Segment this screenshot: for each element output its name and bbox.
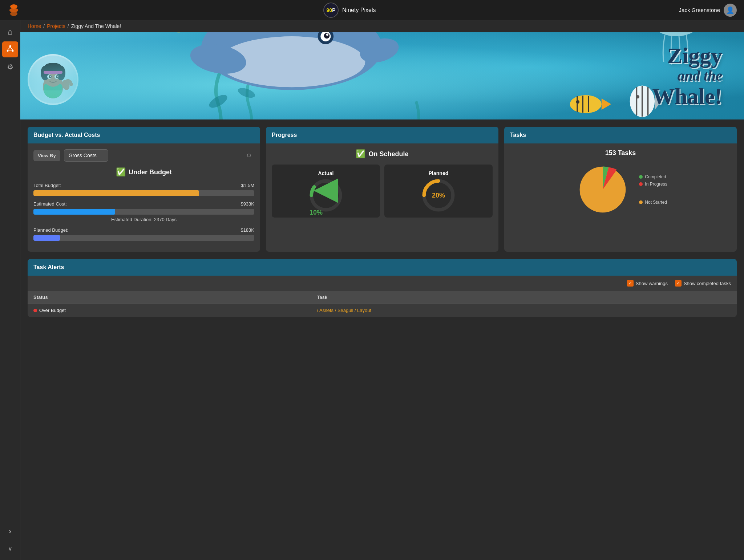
alerts-table-body: Over Budget / Assets / Seagull / Layout	[28, 304, 737, 317]
budget-card: Budget vs. Actual Costs View By Gross Co…	[28, 127, 260, 252]
right-content: Home / Projects / Ziggy And The Whale!	[20, 20, 744, 560]
total-budget-value: $1.5M	[241, 183, 254, 188]
not-started-label: Not Started	[645, 200, 667, 205]
show-completed-label: Show completed tasks	[684, 281, 731, 286]
task-column-header: Task	[311, 291, 737, 304]
view-by-select[interactable]: Gross Costs Net Costs Labor Costs	[64, 149, 108, 162]
alerts-table-head: Status Task	[28, 291, 737, 304]
view-by-select-wrap: Gross Costs Net Costs Labor Costs ⬡	[64, 149, 254, 162]
estimated-cost-value: $933K	[240, 201, 254, 207]
breadcrumb-sep-1: /	[43, 23, 45, 29]
planned-gauge-circle: 20%	[422, 179, 455, 212]
under-budget-label: Under Budget	[129, 169, 172, 176]
view-by-row: View By Gross Costs Net Costs Labor Cost…	[33, 149, 254, 162]
logo-area	[7, 4, 20, 17]
tasks-pie-svg	[574, 161, 632, 219]
planned-gauge-label: Planned	[429, 170, 448, 176]
not-started-dot	[639, 200, 643, 204]
planned-budget-label: Planned Budget:	[33, 227, 68, 233]
tasks-card-header: Tasks	[504, 127, 737, 143]
tasks-count: 153 Tasks	[510, 149, 731, 157]
breadcrumb-home[interactable]: Home	[28, 23, 41, 29]
svg-point-3	[9, 45, 11, 47]
over-budget-label: Over Budget	[39, 308, 66, 313]
dashboard-cards: Budget vs. Actual Costs View By Gross Co…	[20, 119, 744, 259]
total-budget-label: Total Budget:	[33, 183, 61, 188]
on-schedule-row: ✅ On Schedule	[272, 149, 493, 159]
breadcrumb-projects[interactable]: Projects	[47, 23, 65, 29]
status-cell: Over Budget	[28, 304, 311, 317]
total-budget-header: Total Budget: $1.5M	[33, 183, 254, 188]
banner-title-area: Ziggy and the Whale!	[652, 43, 722, 109]
show-completed-checkbox-box: ✓	[675, 280, 682, 287]
breadcrumb-sep-2: /	[68, 23, 69, 29]
show-warnings-label: Show warnings	[636, 281, 668, 286]
main-layout: ⌂ ⚙ › ∨ Home	[0, 20, 744, 560]
project-banner: Ziggy and the Whale!	[20, 32, 744, 119]
check-circle-icon: ✅	[116, 167, 126, 177]
over-budget-dot	[33, 309, 37, 312]
avatar: 👤	[724, 4, 737, 17]
sidebar: ⌂ ⚙ › ∨	[0, 20, 20, 560]
tasks-card: Tasks 153 Tasks	[504, 127, 737, 252]
progress-gauges: Actual 10%	[272, 165, 493, 218]
total-budget-row: Total Budget: $1.5M	[33, 183, 254, 196]
show-completed-checkbox[interactable]: ✓ Show completed tasks	[675, 280, 731, 287]
actual-gauge-circle: 10%	[310, 179, 342, 212]
svg-point-25	[326, 33, 328, 36]
sidebar-item-network[interactable]	[2, 41, 18, 57]
legend-in-progress: In Progress	[639, 182, 667, 187]
legend-not-started: Not Started	[639, 200, 667, 205]
sidebar-item-expand[interactable]: ›	[2, 523, 18, 539]
task-alerts-card: Task Alerts ✓ Show warnings ✓ Show compl…	[28, 259, 737, 317]
completed-dot	[639, 175, 643, 179]
task-link[interactable]: / Assets / Seagull / Layout	[317, 308, 372, 313]
legend-completed: Completed	[639, 174, 667, 179]
tasks-card-body: 153 Tasks	[504, 143, 737, 224]
sidebar-item-home[interactable]: ⌂	[2, 24, 18, 40]
ninety-badge: 90P	[323, 3, 339, 18]
progress-card-header: Progress	[266, 127, 498, 143]
svg-marker-65	[314, 178, 338, 203]
task-alerts-header: Task Alerts	[28, 259, 737, 276]
task-alerts-controls: ✓ Show warnings ✓ Show completed tasks	[28, 276, 737, 291]
top-header: 90P Ninety Pixels Jack Greenstone 👤	[0, 0, 744, 20]
pie-legend: Completed In Progress Not Started	[639, 174, 667, 205]
show-warnings-checkbox[interactable]: ✓ Show warnings	[627, 280, 668, 287]
svg-marker-31	[602, 98, 611, 110]
svg-point-27	[570, 95, 602, 113]
svg-line-7	[10, 47, 13, 50]
user-name: Jack Greenstone	[679, 7, 720, 13]
app-logo-icon	[7, 4, 20, 17]
table-row: Over Budget / Assets / Seagull / Layout	[28, 304, 737, 317]
total-budget-bar-bg	[33, 190, 254, 196]
planned-budget-row: Planned Budget: $183K	[33, 227, 254, 241]
estimated-cost-bar-bg	[33, 209, 254, 215]
planned-gauge-pct: 20%	[432, 192, 445, 199]
sidebar-item-collapse[interactable]: ∨	[2, 540, 18, 556]
alerts-table: Status Task Over Budget / Assets	[28, 291, 737, 317]
breadcrumb: Home / Projects / Ziggy And The Whale!	[20, 20, 744, 32]
actual-gauge-arrow	[310, 174, 342, 207]
sidebar-item-settings[interactable]: ⚙	[2, 59, 18, 75]
in-progress-label: In Progress	[645, 182, 667, 187]
banner-title: Ziggy and the Whale!	[652, 43, 722, 109]
planned-budget-header: Planned Budget: $183K	[33, 227, 254, 233]
select-chevron-icon: ⬡	[247, 153, 251, 158]
chevron-down-icon: ∨	[8, 545, 12, 552]
estimated-cost-bar-fill	[33, 209, 115, 215]
alerts-table-header-row: Status Task	[28, 291, 737, 304]
banner-decoration-svg	[20, 32, 744, 119]
svg-point-38	[636, 95, 639, 98]
estimated-cost-header: Estimated Cost: $933K	[33, 201, 254, 207]
planned-gauge-card: Planned 20%	[384, 165, 493, 218]
breadcrumb-current: Ziggy And The Whale!	[71, 23, 121, 29]
completed-label: Completed	[645, 174, 666, 179]
banner-title-line3: Whale!	[652, 84, 722, 109]
svg-point-32	[576, 100, 579, 104]
show-warnings-checkbox-box: ✓	[627, 280, 634, 287]
planned-budget-bar-fill	[33, 235, 60, 241]
gear-icon: ⚙	[7, 62, 13, 71]
chevron-right-icon: ›	[9, 527, 11, 535]
task-cell: / Assets / Seagull / Layout	[311, 304, 737, 317]
